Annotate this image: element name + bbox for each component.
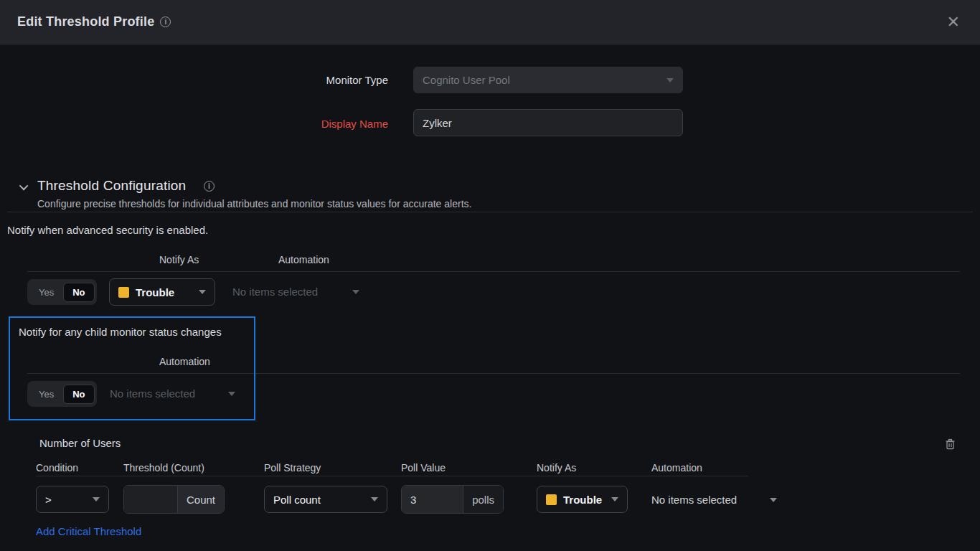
col-poll-value: Poll Value [401, 462, 446, 474]
poll-strategy-value: Poll count [273, 494, 321, 506]
threshold-unit: Count [177, 486, 224, 513]
automation-placeholder: No items selected [232, 286, 318, 298]
section-collapse-chevron-icon[interactable] [19, 182, 29, 191]
condition-value: > [45, 494, 52, 506]
notify-as-column-header: Notify As [159, 254, 199, 265]
notify-as-select[interactable]: Trouble [109, 278, 215, 306]
toggle-no[interactable]: No [63, 385, 94, 404]
dialog-titlebar: Edit Threshold Profile i ✕ [0, 0, 980, 44]
col-condition: Condition [36, 462, 78, 474]
severity-color-swatch [118, 287, 129, 298]
condition-select[interactable]: > [36, 486, 109, 513]
display-name-value: Zylker [423, 117, 452, 129]
display-name-field[interactable]: Zylker [413, 109, 683, 136]
advanced-security-toggle[interactable]: Yes No [27, 279, 97, 305]
col-automation: Automation [651, 462, 702, 474]
table-divider [27, 373, 960, 374]
severity-color-swatch [546, 494, 557, 505]
poll-value-unit: polls [463, 486, 503, 513]
dialog-title: Edit Threshold Profile [17, 14, 154, 29]
automation-column-header: Automation [159, 356, 210, 367]
chevron-down-icon [770, 498, 777, 502]
toggle-no[interactable]: No [63, 283, 94, 302]
col-threshold: Threshold (Count) [123, 462, 204, 474]
chevron-down-icon [199, 290, 206, 294]
child-monitor-label: Notify for any child monitor status chan… [19, 326, 222, 338]
automation-placeholder: No items selected [651, 494, 737, 506]
chevron-down-icon [611, 497, 618, 501]
add-critical-threshold-link[interactable]: Add Critical Threshold [36, 525, 141, 537]
close-icon[interactable]: ✕ [944, 11, 963, 33]
notify-as-value: Trouble [136, 286, 174, 298]
toggle-yes[interactable]: Yes [29, 385, 63, 404]
advanced-security-label: Notify when advanced security is enabled… [7, 224, 208, 236]
monitor-type-select[interactable]: Cognito User Pool [413, 67, 683, 93]
threshold-input-group: Count [123, 485, 225, 514]
delete-attribute-icon[interactable] [945, 438, 956, 453]
monitor-type-label: Monitor Type [245, 74, 388, 86]
poll-strategy-select[interactable]: Poll count [264, 486, 387, 513]
poll-value-input-group: polls [401, 485, 504, 514]
table-divider [27, 271, 960, 272]
section-title: Threshold Configuration [37, 178, 186, 194]
col-poll-strategy: Poll Strategy [264, 462, 321, 474]
chevron-down-icon [666, 78, 674, 83]
chevron-down-icon [93, 497, 100, 501]
row-notify-as-select[interactable]: Trouble [537, 486, 628, 513]
automation-column-header: Automation [278, 254, 329, 265]
child-monitor-toggle[interactable]: Yes No [27, 381, 97, 407]
attribute-title: Number of Users [39, 437, 121, 449]
poll-value-input[interactable] [402, 486, 463, 513]
table-divider [36, 476, 748, 476]
chevron-down-icon [352, 290, 359, 294]
automation-placeholder: No items selected [110, 387, 195, 400]
threshold-input[interactable] [124, 486, 177, 513]
toggle-yes[interactable]: Yes [29, 283, 63, 302]
row-notify-as-value: Trouble [563, 494, 602, 506]
display-name-label: Display Name [245, 118, 388, 130]
section-description: Configure precise thresholds for individ… [37, 198, 471, 209]
automation-multiselect[interactable]: No items selected [232, 286, 362, 298]
col-notify-as: Notify As [537, 462, 576, 474]
section-divider [7, 212, 973, 212]
row-automation-multiselect[interactable]: No items selected [651, 494, 777, 506]
section-info-icon[interactable]: i [204, 181, 215, 192]
title-info-icon[interactable]: i [160, 17, 171, 27]
chevron-down-icon [228, 392, 235, 396]
automation-multiselect[interactable]: No items selected [110, 387, 239, 400]
chevron-down-icon [371, 497, 378, 501]
monitor-type-value: Cognito User Pool [423, 74, 510, 86]
